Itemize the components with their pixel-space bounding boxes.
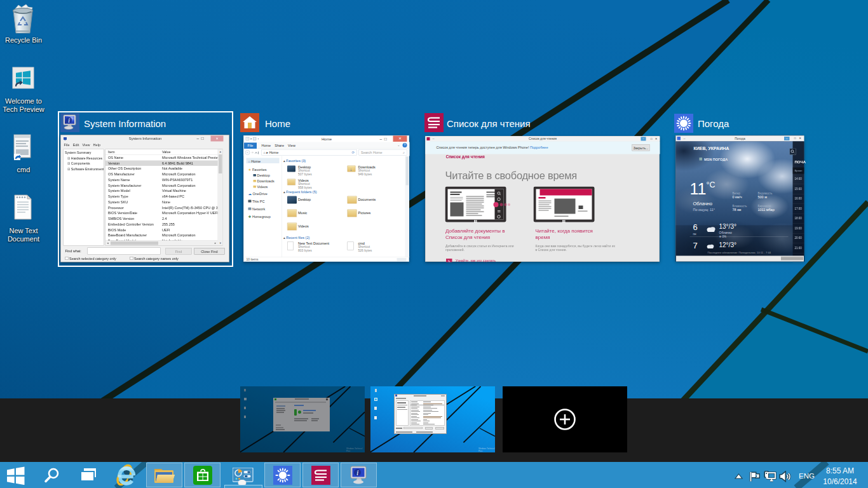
- svg-text:i: i: [68, 116, 70, 124]
- svg-text:i: i: [356, 468, 358, 477]
